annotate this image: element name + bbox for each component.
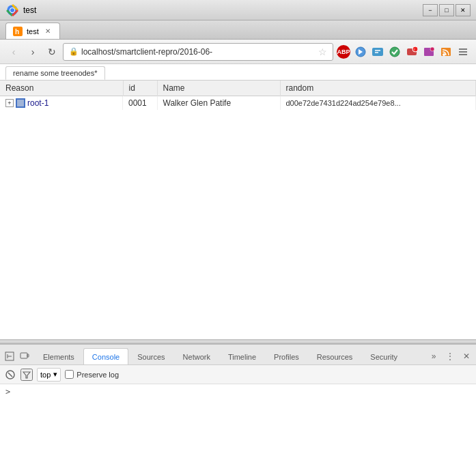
extension-icon-5[interactable] bbox=[421, 44, 436, 59]
maximize-button[interactable]: □ bbox=[439, 4, 454, 16]
tab-favicon: h bbox=[13, 27, 23, 36]
tree-expand-button[interactable]: + bbox=[5, 99, 14, 107]
nav-icons: ABP ! bbox=[336, 44, 471, 59]
tab-title: test bbox=[27, 27, 39, 35]
table-header-row: Reason id Name random bbox=[0, 81, 476, 96]
main-content: Reason id Name random + ro bbox=[0, 81, 476, 339]
bookmark-star-icon[interactable]: ☆ bbox=[318, 46, 327, 57]
browser-tab[interactable]: h test ✕ bbox=[5, 23, 60, 39]
url-input[interactable] bbox=[81, 47, 316, 57]
title-bar-left: test bbox=[5, 3, 36, 17]
devtools-settings-button[interactable]: ⋮ bbox=[443, 349, 457, 363]
column-header-random: random bbox=[280, 81, 476, 96]
extension-icon-2[interactable] bbox=[370, 44, 385, 59]
svg-text:h: h bbox=[15, 28, 19, 35]
svg-point-2 bbox=[10, 8, 14, 12]
tab-security[interactable]: Security bbox=[361, 348, 406, 364]
tab-console[interactable]: Console bbox=[83, 348, 128, 364]
title-bar: test − □ ✕ bbox=[0, 0, 476, 20]
console-clear-button[interactable] bbox=[4, 369, 16, 381]
context-value: top bbox=[40, 371, 51, 379]
extension-icon-4[interactable]: ! bbox=[404, 44, 419, 59]
devtools-panel: Elements Console Sources Network Timelin… bbox=[0, 343, 476, 473]
extension-icon-1[interactable] bbox=[353, 44, 368, 59]
console-body[interactable]: > bbox=[0, 384, 476, 473]
tab-profiles[interactable]: Profiles bbox=[265, 348, 308, 364]
tab-close-button[interactable]: ✕ bbox=[43, 27, 53, 36]
refresh-button[interactable]: ↻ bbox=[44, 44, 60, 60]
page-tab[interactable]: rename some treenodes* bbox=[5, 66, 105, 80]
console-prompt-arrow: > bbox=[5, 387, 10, 397]
address-bar[interactable]: 🔒 ☆ bbox=[63, 43, 333, 61]
cell-random: d00e72de7431d224ad254e79e8... bbox=[280, 96, 476, 111]
console-input[interactable] bbox=[13, 388, 471, 397]
context-dropdown-icon: ▾ bbox=[53, 370, 57, 379]
tab-resources[interactable]: Resources bbox=[308, 348, 362, 364]
tab-bar: h test ✕ bbox=[0, 20, 476, 40]
rss-icon[interactable] bbox=[438, 44, 453, 59]
browser-favicon bbox=[5, 3, 19, 17]
svg-rect-17 bbox=[27, 354, 29, 357]
console-context-select[interactable]: top ▾ bbox=[37, 368, 61, 382]
preserve-log-checkbox[interactable] bbox=[65, 370, 74, 379]
column-header-id: id bbox=[123, 81, 157, 96]
svg-point-12 bbox=[430, 47, 434, 51]
devtools-more-tabs-button[interactable]: » bbox=[427, 349, 440, 363]
refresh-icon: ↻ bbox=[48, 46, 56, 57]
svg-point-7 bbox=[390, 47, 400, 57]
minimize-button[interactable]: − bbox=[423, 4, 438, 16]
cell-name: Walker Glen Patife bbox=[157, 96, 280, 111]
devtools-responsive-icon[interactable] bbox=[18, 349, 31, 363]
tree-node-label: root-1 bbox=[27, 98, 48, 108]
back-icon: ‹ bbox=[12, 46, 16, 57]
tab-sources[interactable]: Sources bbox=[128, 348, 173, 364]
abp-badge: ABP bbox=[337, 45, 350, 59]
column-header-name: Name bbox=[157, 81, 280, 96]
devtools-inspect-icon[interactable] bbox=[3, 349, 16, 363]
nav-bar: ‹ › ↻ 🔒 ☆ ABP ! bbox=[0, 40, 476, 64]
svg-point-14 bbox=[443, 53, 445, 56]
console-prompt-line[interactable]: > bbox=[5, 387, 471, 397]
tree-table: Reason id Name random + ro bbox=[0, 81, 476, 110]
node-icon bbox=[16, 98, 25, 108]
svg-rect-16 bbox=[20, 353, 27, 358]
devtools-close-button[interactable]: ✕ bbox=[460, 349, 473, 363]
table-row[interactable]: + root-1 0001 Walker Glen Patife d00e72d… bbox=[0, 96, 476, 111]
svg-line-19 bbox=[8, 373, 12, 377]
page-tab-label: rename some treenodes* bbox=[13, 69, 98, 77]
column-header-reason: Reason bbox=[0, 81, 123, 96]
devtools-tab-icons: » ⋮ ✕ bbox=[427, 349, 473, 364]
tab-network[interactable]: Network bbox=[174, 348, 219, 364]
preserve-log-label: Preserve log bbox=[65, 370, 119, 379]
adblock-icon[interactable]: ABP bbox=[336, 44, 351, 59]
console-filter-button[interactable] bbox=[20, 369, 33, 381]
window-controls: − □ ✕ bbox=[423, 4, 471, 16]
window-title: test bbox=[23, 5, 36, 15]
devtools-tab-bar: Elements Console Sources Network Timelin… bbox=[0, 345, 476, 365]
svg-rect-6 bbox=[372, 48, 383, 56]
preserve-log-text: Preserve log bbox=[76, 371, 119, 379]
back-button[interactable]: ‹ bbox=[5, 44, 22, 60]
cell-id: 0001 bbox=[123, 96, 157, 111]
console-toolbar: top ▾ Preserve log bbox=[0, 365, 476, 384]
lock-icon: 🔒 bbox=[69, 47, 79, 56]
page-tab-strip: rename some treenodes* bbox=[0, 64, 476, 81]
tab-elements[interactable]: Elements bbox=[34, 348, 83, 364]
tab-timeline[interactable]: Timeline bbox=[219, 348, 265, 364]
forward-icon: › bbox=[31, 46, 35, 57]
close-button[interactable]: ✕ bbox=[456, 4, 471, 16]
menu-icon[interactable] bbox=[456, 44, 471, 59]
extension-icon-3[interactable] bbox=[387, 44, 402, 59]
forward-button[interactable]: › bbox=[25, 44, 41, 60]
